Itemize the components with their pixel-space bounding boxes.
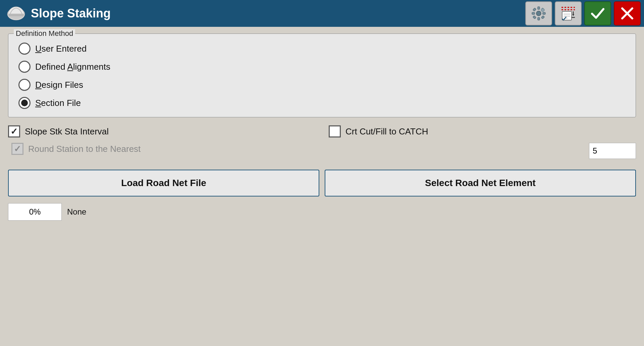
- main-content: Definition Method User Entered Defined A…: [0, 27, 644, 227]
- helmet-icon: [7, 4, 25, 23]
- svg-rect-9: [533, 16, 536, 19]
- cancel-button[interactable]: [614, 1, 641, 25]
- checkmark-icon: [590, 6, 605, 21]
- radio-section-file[interactable]: Section File: [18, 97, 626, 109]
- slope-stk-interval-row[interactable]: Slope Stk Sta Interval: [8, 125, 315, 137]
- crt-cut-fill-row[interactable]: Crt Cut/Fill to CATCH: [329, 125, 428, 137]
- definition-method-group: Definition Method User Entered Defined A…: [8, 34, 636, 117]
- app-title: Slope Staking: [31, 6, 111, 20]
- slope-stk-interval-label: Slope Stk Sta Interval: [25, 126, 109, 137]
- load-road-net-button[interactable]: Load Road Net File: [8, 170, 319, 196]
- svg-marker-18: [572, 14, 574, 16]
- slope-stk-interval-checkbox[interactable]: [8, 125, 20, 137]
- definition-method-label: Definition Method: [14, 29, 75, 38]
- radio-label-design-files: Design Files: [35, 80, 83, 90]
- radio-design-files[interactable]: Design Files: [18, 79, 626, 91]
- round-station-label: Round Station to the Nearest: [28, 144, 141, 154]
- title-bar: Slope Staking: [0, 0, 644, 27]
- radio-circle-design-files: [18, 79, 31, 91]
- svg-rect-1: [9, 14, 23, 16]
- radio-options: User Entered Defined Alignments Design F…: [18, 43, 626, 109]
- svg-rect-4: [538, 17, 540, 20]
- round-station-checkbox: [11, 143, 23, 155]
- title-buttons: [525, 1, 641, 25]
- radio-circle-user-entered: [18, 43, 31, 55]
- crt-cut-fill-checkbox[interactable]: [329, 125, 341, 137]
- settings-button[interactable]: [525, 1, 552, 25]
- left-options: Slope Stk Sta Interval Round Station to …: [8, 125, 315, 155]
- radio-user-entered[interactable]: User Entered: [18, 43, 626, 55]
- radio-defined-alignments[interactable]: Defined Alignments: [18, 61, 626, 73]
- options-row: Slope Stk Sta Interval Round Station to …: [8, 123, 636, 162]
- svg-rect-14: [562, 11, 572, 20]
- svg-point-11: [541, 8, 544, 12]
- import-icon: [559, 5, 577, 22]
- gear-icon: [531, 5, 547, 21]
- radio-label-defined-alignments: Defined Alignments: [35, 62, 110, 72]
- crt-cut-fill-label: Crt Cut/Fill to CATCH: [345, 126, 428, 137]
- svg-rect-10: [541, 16, 545, 19]
- progress-value: 0%: [29, 207, 41, 217]
- round-station-row: Round Station to the Nearest: [8, 143, 315, 155]
- progress-label: None: [67, 207, 86, 217]
- svg-rect-6: [543, 12, 545, 14]
- right-options: Crt Cut/Fill to CATCH: [329, 125, 636, 159]
- x-icon: [620, 6, 635, 21]
- svg-point-2: [536, 11, 541, 16]
- svg-rect-7: [533, 8, 536, 11]
- radio-circle-defined-alignments: [18, 61, 31, 73]
- svg-rect-5: [532, 12, 535, 14]
- radio-label-section-file: Section File: [35, 98, 81, 108]
- svg-rect-3: [538, 7, 540, 9]
- radio-circle-section-file: [18, 97, 31, 109]
- select-road-net-button[interactable]: Select Road Net Element: [325, 170, 636, 196]
- progress-row: 0% None: [8, 203, 636, 221]
- progress-box: 0%: [8, 203, 62, 221]
- ok-button[interactable]: [584, 1, 611, 25]
- action-buttons: Load Road Net File Select Road Net Eleme…: [8, 170, 636, 196]
- interval-value-input[interactable]: [589, 143, 636, 159]
- radio-label-user-entered: User Entered: [35, 44, 87, 54]
- title-left: Slope Staking: [7, 4, 111, 23]
- import-button[interactable]: [555, 1, 582, 25]
- interval-value-row: [589, 143, 636, 159]
